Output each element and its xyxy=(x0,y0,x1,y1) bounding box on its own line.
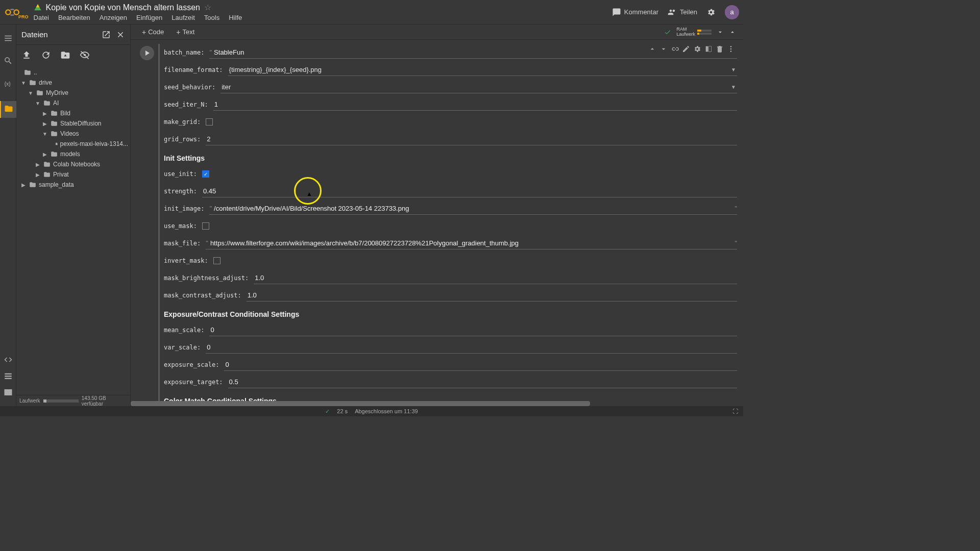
comment-button[interactable]: Kommentar xyxy=(612,8,658,17)
strength-input[interactable] xyxy=(202,185,737,197)
status-footer: ✓ 22 s Abgeschlossen um 11:39 ⛶ xyxy=(0,406,743,416)
cell-settings-icon[interactable] xyxy=(693,45,701,53)
expand-icon[interactable]: ▶ xyxy=(42,111,48,116)
init-image-label: init_image: xyxy=(164,205,204,212)
connected-check-icon xyxy=(664,29,671,36)
expand-icon[interactable]: ▶ xyxy=(42,121,48,127)
mask-file-input[interactable] xyxy=(208,237,735,249)
toc-icon[interactable] xyxy=(4,34,13,43)
move-down-icon[interactable] xyxy=(659,45,668,53)
expand-footer-icon[interactable]: ⛶ xyxy=(732,408,738,414)
var-scale-input[interactable] xyxy=(206,341,737,354)
mask-contrast-input[interactable] xyxy=(247,289,737,302)
drive-doc-icon xyxy=(34,4,42,12)
disk-bar xyxy=(43,399,79,403)
star-icon[interactable]: ☆ xyxy=(204,3,211,12)
expand-icon[interactable]: ▶ xyxy=(42,152,48,157)
seed-iter-input[interactable] xyxy=(213,98,737,111)
collapse-icon[interactable] xyxy=(729,29,736,36)
tree-stablediffusion[interactable]: ▶StableDiffusion xyxy=(16,118,130,129)
init-image-row: init_image: "" xyxy=(164,200,737,217)
var-scale-label: var_scale: xyxy=(164,344,201,351)
search-icon[interactable] xyxy=(4,56,13,65)
mask-brightness-label: mask_brightness_adjust: xyxy=(164,274,249,282)
delete-icon[interactable] xyxy=(716,45,724,53)
folder-icon xyxy=(4,104,13,113)
code-snippet-icon[interactable] xyxy=(4,355,13,364)
grid-rows-input[interactable] xyxy=(206,133,737,145)
resource-dropdown-icon[interactable] xyxy=(717,29,724,36)
filename-format-select[interactable]: {timestring}_{index}_{seed}.png▼ xyxy=(228,64,737,76)
terminal-icon[interactable] xyxy=(4,388,13,397)
tree-pexels[interactable]: pexels-maxi-leiva-1314... xyxy=(16,139,130,149)
variables-icon[interactable]: {x} xyxy=(4,79,13,88)
menu-help[interactable]: Hilfe xyxy=(229,14,242,21)
add-code-button[interactable]: +Code xyxy=(138,27,168,37)
tree-ai[interactable]: ▼AI xyxy=(16,98,130,108)
svg-point-11 xyxy=(730,46,732,47)
resource-indicator[interactable]: RAM Laufwerk xyxy=(676,27,712,37)
more-icon[interactable] xyxy=(727,45,735,53)
exposure-target-input[interactable] xyxy=(228,376,737,388)
tasks-icon[interactable] xyxy=(4,371,13,381)
add-text-button[interactable]: +Text xyxy=(172,27,199,37)
expand-icon[interactable]: ▶ xyxy=(35,172,41,178)
refresh-icon[interactable] xyxy=(41,50,51,60)
link-icon[interactable] xyxy=(671,45,679,53)
init-image-input[interactable] xyxy=(212,203,734,214)
edit-icon[interactable] xyxy=(682,45,690,53)
mask-brightness-input[interactable] xyxy=(254,272,737,284)
seed-iter-label: seed_iter_N: xyxy=(164,101,208,108)
expand-icon[interactable]: ▼ xyxy=(35,101,41,106)
horizontal-scrollbar[interactable] xyxy=(131,401,743,406)
toggle-hidden-icon[interactable] xyxy=(80,50,90,60)
use-mask-checkbox[interactable] xyxy=(202,222,209,230)
menu-file[interactable]: Datei xyxy=(34,14,49,21)
tree-mydrive[interactable]: ▼MyDrive xyxy=(16,88,130,98)
scrollbar-thumb[interactable] xyxy=(131,401,590,406)
expand-icon[interactable]: ▼ xyxy=(20,80,27,86)
mount-drive-icon[interactable] xyxy=(60,50,70,60)
menu-insert[interactable]: Einfügen xyxy=(136,14,162,21)
settings-icon[interactable] xyxy=(706,8,716,17)
move-up-icon[interactable] xyxy=(648,45,656,53)
document-title[interactable]: Kopie von Kopie von Mensch altern lassen xyxy=(46,3,200,12)
tree-models[interactable]: ▶models xyxy=(16,149,130,159)
run-cell-button[interactable] xyxy=(140,46,154,60)
expand-icon[interactable]: ▼ xyxy=(42,131,48,137)
make-grid-checkbox[interactable] xyxy=(206,118,213,126)
mirror-icon[interactable] xyxy=(704,45,713,53)
user-avatar[interactable]: a xyxy=(725,5,739,19)
upload-icon[interactable] xyxy=(21,50,32,60)
tree-privat[interactable]: ▶Privat xyxy=(16,169,130,180)
tree-colab[interactable]: ▶Colab Notebooks xyxy=(16,159,130,169)
new-window-icon[interactable] xyxy=(102,30,111,39)
use-init-label: use_init: xyxy=(164,170,197,178)
use-init-checkbox[interactable]: ✓ xyxy=(202,170,209,178)
share-button[interactable]: Teilen xyxy=(668,8,697,17)
menu-runtime[interactable]: Laufzeit xyxy=(172,14,195,21)
expand-icon[interactable]: ▶ xyxy=(35,162,41,167)
expand-icon[interactable]: ▶ xyxy=(20,182,27,188)
color-match-header: Color Match Conditional Settings xyxy=(164,397,737,401)
tree-bild[interactable]: ▶Bild xyxy=(16,108,130,118)
menu-view[interactable]: Anzeigen xyxy=(100,14,127,21)
files-rail-button[interactable] xyxy=(0,101,16,118)
tree-parent[interactable]: .. xyxy=(16,67,130,78)
menu-edit[interactable]: Bearbeiten xyxy=(58,14,90,21)
expand-icon[interactable]: ▼ xyxy=(28,90,34,96)
invert-mask-checkbox[interactable] xyxy=(213,257,220,264)
menu-tools[interactable]: Tools xyxy=(204,14,219,21)
tree-videos[interactable]: ▼Videos xyxy=(16,129,130,139)
seed-behavior-select[interactable]: iter▼ xyxy=(220,81,737,93)
tree-sample[interactable]: ▶sample_data xyxy=(16,180,130,190)
filename-format-label: filename_format: xyxy=(164,66,223,73)
cell-area[interactable]: ▲ batch_name: " xyxy=(131,40,743,401)
mean-scale-input[interactable] xyxy=(209,324,737,336)
comment-icon xyxy=(612,8,621,17)
close-icon[interactable] xyxy=(116,30,125,39)
exposure-scale-input[interactable] xyxy=(224,359,737,371)
menu-bar: Datei Bearbeiten Anzeigen Einfügen Laufz… xyxy=(34,14,242,21)
tree-drive[interactable]: ▼drive xyxy=(16,78,130,88)
panel-title: Dateien xyxy=(21,30,48,39)
